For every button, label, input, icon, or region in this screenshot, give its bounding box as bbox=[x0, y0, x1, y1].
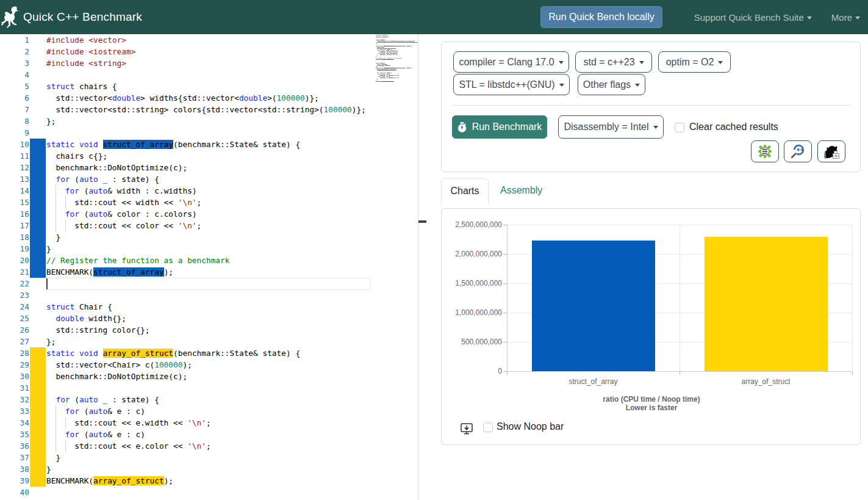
editor-minimap[interactable] bbox=[373, 35, 418, 108]
line-number: 20 bbox=[0, 255, 29, 266]
editor-line: 29 std::vector<Chair> c(100000); bbox=[0, 359, 418, 371]
line-number: 31 bbox=[0, 382, 29, 394]
line-number: 15 bbox=[0, 197, 29, 208]
tab-charts[interactable]: Charts bbox=[441, 178, 489, 203]
code-text: chairs c{}; bbox=[46, 150, 107, 162]
line-number: 22 bbox=[0, 278, 29, 289]
code-text: struct Chair { bbox=[46, 301, 112, 313]
code-text: std::vector<Chair> c(100000); bbox=[46, 359, 192, 371]
disassembly-dropdown[interactable]: Disassembly = Intel bbox=[558, 115, 664, 139]
config-divider bbox=[453, 105, 851, 106]
editor-line: 32 for (auto _ : state) { bbox=[0, 394, 418, 405]
clear-cached-results-checkbox[interactable] bbox=[675, 123, 684, 132]
gridline-x bbox=[680, 225, 680, 371]
chevron-down-icon bbox=[653, 126, 658, 129]
quick-bench-logo-icon bbox=[1, 5, 21, 29]
more-menu[interactable]: More bbox=[831, 12, 860, 23]
editor-line: 9 bbox=[0, 127, 418, 139]
code-editor[interactable]: 1#include <vector>2#include <iostream>3#… bbox=[0, 34, 418, 500]
editor-line: 2#include <iostream> bbox=[0, 46, 418, 57]
editor-line: 15 std::cout << width << '\n'; bbox=[0, 197, 418, 208]
editor-line: 33 for (auto& e : c) bbox=[0, 405, 418, 417]
chart-axis-subtitle: Lower is faster bbox=[442, 404, 861, 412]
line-number: 7 bbox=[0, 104, 29, 115]
navbar-right: Run Quick Bench locally Support Quick Be… bbox=[540, 0, 860, 34]
show-noop-bar-label[interactable]: Show Noop bar bbox=[497, 421, 564, 432]
editor-line: 35 for (auto& e : c) bbox=[0, 429, 418, 440]
show-noop-bar-checkbox[interactable] bbox=[483, 422, 493, 432]
line-number: 40 bbox=[0, 487, 29, 498]
editor-line: 25 double width{}; bbox=[0, 313, 418, 324]
stl-dropdown[interactable]: STL = libstdc++(GNU) bbox=[453, 74, 570, 95]
code-text: BENCHMARK(array_of_struct); bbox=[46, 475, 173, 487]
code-text: benchmark::DoNotOptimize(c); bbox=[46, 371, 187, 382]
code-text: }; bbox=[46, 336, 56, 347]
chart-axis-title: ratio (CPU time / Noop time) bbox=[442, 395, 861, 404]
editor-line: 36 std::cout << e.color << '\n'; bbox=[0, 440, 418, 452]
open-in-cpp-insights-button[interactable] bbox=[784, 140, 812, 162]
compiler-dropdown[interactable]: compiler = Clang 17.0 bbox=[453, 51, 569, 73]
line-number: 16 bbox=[0, 208, 29, 220]
bar-struct_of_array[interactable] bbox=[532, 241, 655, 371]
line-number: 27 bbox=[0, 336, 29, 347]
editor-line: 10static void struct_of_array(benchmark:… bbox=[0, 139, 418, 150]
line-number: 29 bbox=[0, 359, 29, 371]
clear-cached-results-label[interactable]: Clear cached results bbox=[689, 121, 778, 132]
optim-dropdown[interactable]: optim = O2 bbox=[658, 51, 731, 73]
quick-bench-app: Quick C++ Benchmark Run Quick Bench loca… bbox=[0, 0, 868, 500]
editor-line: 37 } bbox=[0, 452, 418, 463]
open-in-build-bench-button[interactable] bbox=[817, 140, 845, 162]
editor-line: 38} bbox=[0, 463, 418, 475]
chevron-down-icon bbox=[855, 16, 860, 20]
line-number: 21 bbox=[0, 266, 29, 278]
chevron-down-icon bbox=[807, 16, 812, 20]
line-number: 13 bbox=[0, 173, 29, 185]
code-text: }; bbox=[46, 115, 56, 127]
code-text: static void struct_of_array(benchmark::S… bbox=[46, 139, 300, 150]
chart-card: 0500,000,0001,000,000,0001,500,000,0002,… bbox=[441, 208, 861, 445]
line-number: 23 bbox=[0, 289, 29, 301]
code-text: } bbox=[46, 463, 51, 475]
std-dropdown[interactable]: std = c++23 bbox=[575, 51, 652, 73]
gridline-x bbox=[852, 225, 853, 371]
support-menu[interactable]: Support Quick Bench Suite bbox=[694, 12, 812, 23]
run-quick-bench-locally-button[interactable]: Run Quick Bench locally bbox=[540, 6, 662, 28]
line-number: 4 bbox=[0, 69, 29, 81]
editor-line: 5struct chairs { bbox=[0, 81, 418, 92]
code-text: static void array_of_struct(benchmark::S… bbox=[46, 347, 300, 359]
cpp-insights-icon bbox=[790, 143, 806, 159]
benchmark-bar-chart[interactable]: 0500,000,0001,000,000,0001,500,000,0002,… bbox=[442, 209, 861, 410]
line-number: 36 bbox=[0, 440, 29, 452]
tab-assembly[interactable]: Assembly bbox=[488, 178, 554, 203]
gridline-x bbox=[507, 225, 508, 371]
chevron-down-icon bbox=[639, 61, 644, 64]
line-number: 17 bbox=[0, 220, 29, 231]
y-tick-label: 1,000,000,000 bbox=[442, 308, 502, 317]
brand[interactable]: Quick C++ Benchmark bbox=[0, 5, 142, 29]
line-number: 37 bbox=[0, 452, 29, 463]
code-text: for (auto _ : state) { bbox=[46, 394, 159, 405]
code-text: // Register the function as a benchmark bbox=[46, 255, 229, 266]
line-number: 28 bbox=[0, 347, 29, 359]
bar-array_of_struct[interactable] bbox=[705, 237, 828, 371]
download-chart-icon[interactable] bbox=[460, 422, 473, 435]
line-number: 5 bbox=[0, 81, 29, 92]
run-benchmark-button[interactable]: Run Benchmark bbox=[452, 115, 547, 139]
editor-line: 16 for (auto& color : c.colors) bbox=[0, 208, 418, 220]
editor-line: 30 benchmark::DoNotOptimize(c); bbox=[0, 371, 418, 382]
code-text: benchmark::DoNotOptimize(c); bbox=[46, 162, 187, 173]
editor-line: 13 for (auto _ : state) { bbox=[0, 173, 418, 185]
code-text: } bbox=[46, 243, 51, 255]
y-tick-label: 1,500,000,000 bbox=[442, 279, 502, 288]
open-in-compiler-explorer-button[interactable] bbox=[751, 140, 779, 162]
code-text: for (auto& e : c) bbox=[46, 405, 145, 417]
line-number: 39 bbox=[0, 475, 29, 487]
editor-line: 27}; bbox=[0, 336, 418, 347]
line-number: 10 bbox=[0, 139, 29, 150]
x-tick bbox=[852, 371, 853, 375]
line-number: 30 bbox=[0, 371, 29, 382]
editor-line: 12 benchmark::DoNotOptimize(c); bbox=[0, 162, 418, 173]
other-flags-dropdown[interactable]: Other flags bbox=[578, 74, 645, 95]
x-tick-label: array_of_struct bbox=[680, 377, 852, 386]
line-number: 9 bbox=[0, 127, 29, 139]
